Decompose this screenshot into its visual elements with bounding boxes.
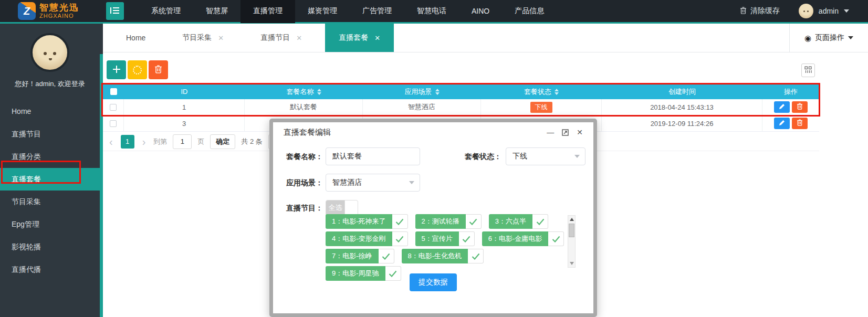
tab-program-capture[interactable]: 节目采集 ✕ xyxy=(169,24,237,52)
sidebar-menu: Home 直播节目 直播分类 直播套餐 节目采集 Epg管理 影视轮播 直播代播 xyxy=(0,100,100,281)
goto-confirm-button[interactable]: 确定 xyxy=(210,134,235,149)
tab-live-programs[interactable]: 直播节目 ✕ xyxy=(247,24,316,52)
top-menu-item-aino[interactable]: AINO xyxy=(459,0,502,23)
tab-live-packages[interactable]: 直播套餐 ✕ xyxy=(325,24,394,52)
sidebar-item-video-carousel[interactable]: 影视轮播 xyxy=(0,236,100,258)
sidebar-item-live-relay[interactable]: 直播代播 xyxy=(0,258,100,281)
sidebar-item-live-categories[interactable]: 直播分类 xyxy=(0,145,100,168)
check-icon[interactable] xyxy=(385,266,401,281)
dialog-title: 直播套餐编辑 xyxy=(284,128,331,138)
check-icon[interactable] xyxy=(392,231,408,246)
check-icon[interactable] xyxy=(392,214,408,229)
scrollbar-thumb[interactable] xyxy=(569,224,574,237)
sidebar-item-live-packages[interactable]: 直播套餐 xyxy=(0,168,100,191)
top-menu: 系统管理 智慧屏 直播管理 媒资管理 广告管理 智慧电话 AINO 产品信息 xyxy=(139,0,557,23)
program-item[interactable]: 7：电影-徐峥 xyxy=(326,249,394,263)
cell-created: 2018-04-24 15:43:13 xyxy=(602,99,762,115)
table-row: 1 默认套餐 智慧酒店 下线 2018-04-24 15:43:13 xyxy=(103,99,819,115)
check-icon[interactable] xyxy=(379,249,394,263)
top-menu-item-product[interactable]: 产品信息 xyxy=(502,0,557,23)
program-item[interactable]: 5：宣传片 xyxy=(415,231,475,246)
program-item[interactable]: 3：六点半 xyxy=(489,214,548,229)
edit-package-dialog: 直播套餐编辑 — ✕ 套餐名称： 套餐状态： 下线 应用场景： 智慧酒店 直播节… xyxy=(269,119,597,317)
delete-button[interactable] xyxy=(792,101,808,113)
col-header-id[interactable]: ID xyxy=(124,84,245,99)
goto-page-input[interactable] xyxy=(173,134,192,149)
program-item[interactable]: 8：电影-生化危机 xyxy=(402,249,484,263)
batch-delete-button[interactable] xyxy=(149,60,168,79)
row-checkbox[interactable] xyxy=(110,104,117,111)
check-icon[interactable] xyxy=(532,214,548,229)
top-menu-item-system[interactable]: 系统管理 xyxy=(139,0,193,23)
program-item[interactable]: 6：电影-金庸电影 xyxy=(482,231,564,246)
tab-close-icon[interactable]: ✕ xyxy=(374,34,380,42)
column-settings-button[interactable] xyxy=(801,64,815,77)
tab-close-icon[interactable]: ✕ xyxy=(296,34,302,42)
select-all-toggle[interactable]: 全选 xyxy=(326,200,358,216)
top-menu-item-phone[interactable]: 智慧电话 xyxy=(404,0,459,23)
sidebar-item-live-programs[interactable]: 直播节目 xyxy=(0,123,100,145)
cell-id: 3 xyxy=(124,115,245,131)
top-menu-item-live[interactable]: 直播管理 xyxy=(240,0,295,23)
trash-icon xyxy=(740,7,747,16)
trash-icon xyxy=(797,103,803,111)
trash-icon xyxy=(797,119,803,128)
package-status-label: 套餐状态： xyxy=(465,147,501,165)
cell-created: 2019-12-09 11:24:26 xyxy=(602,115,762,131)
clear-cache-button[interactable]: 清除缓存 xyxy=(740,6,780,16)
check-icon[interactable] xyxy=(459,231,475,246)
topbar-right: 清除缓存 admin xyxy=(740,4,868,18)
user-menu-caret-icon[interactable] xyxy=(844,9,849,13)
top-menu-item-media[interactable]: 媒资管理 xyxy=(295,0,350,23)
top-menu-item-ads[interactable]: 广告管理 xyxy=(350,0,404,23)
submit-button[interactable]: 提交数据 xyxy=(410,273,457,291)
col-header-status[interactable]: 套餐状态 xyxy=(481,84,602,99)
close-icon[interactable]: ✕ xyxy=(577,129,583,136)
logo-subtitle: ZHGXAINO xyxy=(39,13,79,19)
next-page-icon[interactable]: › xyxy=(140,136,148,147)
program-item[interactable]: 4：电影-变形金刚 xyxy=(326,231,408,246)
sidebar-item-home[interactable]: Home xyxy=(0,100,100,123)
minimize-icon[interactable]: — xyxy=(547,129,554,136)
page-number-button[interactable]: 1 xyxy=(121,135,134,149)
sort-icon[interactable] xyxy=(435,89,440,95)
tab-close-icon[interactable]: ✕ xyxy=(218,34,224,42)
select-caret-icon xyxy=(574,155,580,158)
col-header-scene[interactable]: 应用场景 xyxy=(363,84,481,99)
program-item[interactable]: 9：电影-周星驰 xyxy=(326,266,401,281)
page-actions-dropdown[interactable]: ◉ 页面操作 xyxy=(789,24,868,52)
program-item[interactable]: 1：电影-死神来了 xyxy=(326,214,408,229)
refresh-button[interactable] xyxy=(128,60,147,79)
user-avatar[interactable] xyxy=(799,4,813,18)
select-all-checkbox[interactable] xyxy=(110,88,117,95)
username[interactable]: admin xyxy=(819,7,839,15)
sidebar-item-program-capture[interactable]: 节目采集 xyxy=(0,191,100,213)
delete-button[interactable] xyxy=(792,118,808,129)
avatar-mouth xyxy=(49,58,52,60)
scroll-up-icon[interactable] xyxy=(570,218,574,221)
sidebar-item-epg[interactable]: Epg管理 xyxy=(0,213,100,236)
program-item[interactable]: 2：测试轮播 xyxy=(415,214,482,229)
col-header-name[interactable]: 套餐名称 xyxy=(245,84,363,99)
check-icon[interactable] xyxy=(548,231,564,246)
program-list-scrollbar[interactable] xyxy=(568,215,576,268)
row-checkbox[interactable] xyxy=(110,120,117,127)
edit-button[interactable] xyxy=(774,118,790,129)
tab-home[interactable]: Home xyxy=(112,24,159,52)
scene-select[interactable]: 智慧酒店 xyxy=(326,174,420,192)
logo: Z 智慧光迅 ZHGXAINO xyxy=(0,2,100,20)
check-icon[interactable] xyxy=(468,249,484,263)
prev-page-icon[interactable]: ‹ xyxy=(107,136,115,147)
sidebar-toggle-button[interactable] xyxy=(106,2,124,20)
top-menu-item-smartscreen[interactable]: 智慧屏 xyxy=(193,0,240,23)
add-button[interactable] xyxy=(107,60,126,79)
package-name-input[interactable] xyxy=(326,147,420,165)
sort-icon[interactable] xyxy=(317,89,321,95)
package-status-select[interactable]: 下线 xyxy=(506,147,585,165)
dialog-header[interactable]: 直播套餐编辑 — ✕ xyxy=(273,122,593,142)
maximize-icon[interactable] xyxy=(562,129,569,136)
edit-button[interactable] xyxy=(774,101,790,113)
sort-icon[interactable] xyxy=(555,89,559,95)
scroll-down-icon[interactable] xyxy=(570,262,574,265)
check-icon[interactable] xyxy=(466,214,482,229)
